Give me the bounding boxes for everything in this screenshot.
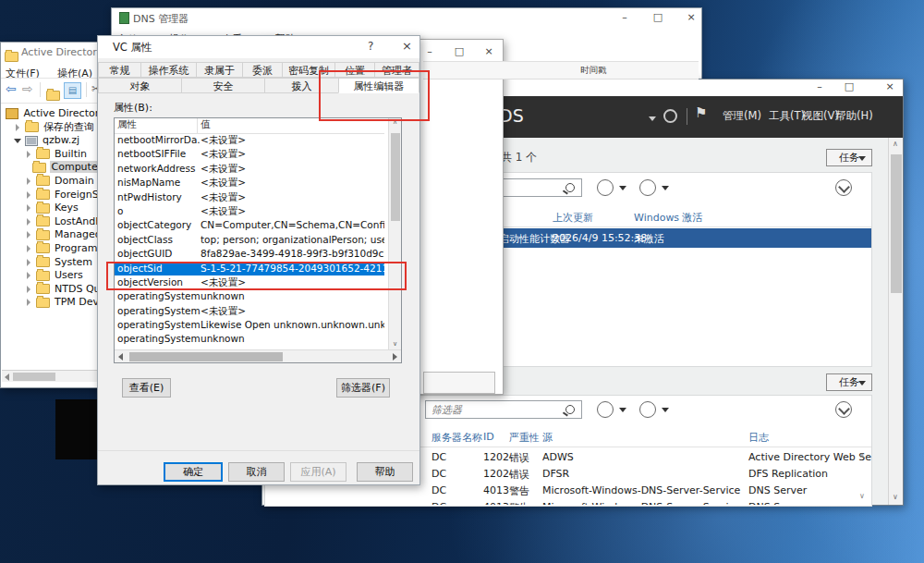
attribute-list-vscrollbar[interactable]: ∧ ∨ bbox=[388, 118, 401, 349]
attribute-row[interactable]: operatingSystem...<未设置> bbox=[115, 304, 384, 318]
notifications-flag-icon[interactable]: ⚑ bbox=[695, 104, 707, 121]
help-button[interactable]: 帮助 bbox=[357, 462, 413, 482]
ok-button[interactable]: 确定 bbox=[164, 462, 223, 482]
open-folder-icon[interactable] bbox=[46, 91, 60, 101]
tab-dial-in[interactable]: 拨入 bbox=[264, 78, 339, 93]
expand-icon[interactable] bbox=[25, 177, 32, 185]
close-icon[interactable]: × bbox=[679, 11, 703, 23]
attribute-row[interactable]: objectVersion<未设置> bbox=[115, 275, 384, 289]
sm-menu-view[interactable]: 视图(V) bbox=[802, 109, 839, 123]
chevron-down-icon[interactable] bbox=[649, 116, 656, 121]
col-id[interactable]: ID bbox=[483, 431, 494, 443]
attribute-row[interactable]: operatingSystemunknown bbox=[115, 289, 384, 303]
attribute-row[interactable]: operatingSystem...unknown bbox=[115, 332, 384, 346]
tab-location[interactable]: 位置 bbox=[334, 62, 375, 78]
tab-delegation[interactable]: 委派 bbox=[242, 62, 283, 78]
tab-member-of[interactable]: 隶属于 bbox=[196, 62, 243, 78]
timestamp-column-header[interactable]: 时间戳 bbox=[580, 65, 607, 77]
scroll-up-icon[interactable]: ∧ bbox=[859, 451, 865, 459]
event-row[interactable]: DC 4013 警告 Microsoft-Windows-DNS-Server-… bbox=[265, 499, 871, 505]
sm-events-tasks-button[interactable]: 任务 bbox=[826, 373, 872, 391]
expand-icon[interactable] bbox=[25, 204, 32, 212]
attribute-row-objectsid[interactable]: objectSidS-1-5-21-77479854-2049301652-42… bbox=[115, 262, 384, 275]
list-options-icon[interactable] bbox=[597, 401, 614, 418]
sm-menu-manage[interactable]: 管理(M) bbox=[723, 109, 761, 123]
attribute-row[interactable]: ntPwdHistory<未设置> bbox=[115, 190, 384, 204]
chevron-down-icon[interactable] bbox=[619, 186, 626, 190]
col-last-update[interactable]: 上次更新 bbox=[553, 211, 593, 225]
maximize-icon[interactable]: □ bbox=[837, 80, 861, 92]
maximize-icon[interactable]: □ bbox=[447, 45, 471, 57]
scroll-down-icon[interactable]: ∨ bbox=[893, 493, 898, 501]
cancel-button[interactable]: 取消 bbox=[228, 462, 285, 482]
expand-icon[interactable] bbox=[25, 191, 32, 199]
expand-icon[interactable] bbox=[25, 272, 32, 279]
aduc-horizontal-scrollbar[interactable] bbox=[2, 370, 98, 382]
attribute-row[interactable]: o<未设置> bbox=[115, 204, 384, 218]
attribute-row[interactable]: nisMapName<未设置> bbox=[115, 176, 384, 190]
close-icon[interactable]: × bbox=[402, 39, 412, 53]
expand-icon[interactable] bbox=[14, 124, 21, 131]
expand-icon[interactable] bbox=[25, 259, 32, 266]
close-icon[interactable]: × bbox=[878, 80, 902, 92]
filter-button[interactable]: 筛选器(F) bbox=[336, 378, 390, 398]
scroll-up-icon[interactable]: ∧ bbox=[393, 118, 397, 126]
tab-attribute-editor[interactable]: 属性编辑器 bbox=[338, 78, 419, 93]
scroll-left-icon[interactable] bbox=[118, 353, 123, 361]
sm-vertical-scrollbar[interactable]: ∧ ∨ bbox=[888, 138, 903, 505]
col-severity[interactable]: 严重性 bbox=[509, 431, 540, 445]
refresh-icon[interactable] bbox=[663, 109, 677, 123]
tab-object[interactable]: 对象 bbox=[98, 78, 182, 93]
collapse-panel-icon[interactable] bbox=[835, 179, 852, 196]
view-panes-icon[interactable]: ▤ bbox=[64, 82, 81, 99]
attribute-row[interactable]: operatingSystem...Likewise Open unknown.… bbox=[115, 318, 384, 332]
attribute-row[interactable]: networkAddress<未设置> bbox=[115, 162, 384, 176]
minimize-icon[interactable]: – bbox=[613, 11, 637, 23]
search-icon[interactable] bbox=[565, 183, 575, 192]
tab-security[interactable]: 安全 bbox=[181, 78, 265, 93]
attribute-list[interactable]: 属性 值 netbootMirrorDa...<未设置> netbootSIFF… bbox=[114, 117, 402, 363]
column-attribute[interactable]: 属性 bbox=[115, 118, 198, 133]
attribute-row[interactable]: objectClasstop; person; organizationalPe… bbox=[115, 233, 384, 247]
column-value[interactable]: 值 bbox=[198, 118, 384, 133]
tab-password-replication[interactable]: 密码复制 bbox=[282, 62, 335, 78]
scroll-down-icon[interactable]: ∨ bbox=[859, 492, 865, 500]
maximize-icon[interactable]: □ bbox=[646, 11, 670, 23]
scroll-left-icon[interactable] bbox=[5, 373, 9, 381]
sm-events-filter-input[interactable] bbox=[425, 400, 582, 419]
expand-icon[interactable] bbox=[25, 218, 32, 226]
list-options-icon[interactable] bbox=[597, 179, 614, 196]
col-source[interactable]: 源 bbox=[542, 431, 553, 445]
collapse-panel-icon[interactable] bbox=[835, 401, 852, 418]
forward-icon[interactable]: ⇨ bbox=[22, 81, 33, 96]
chevron-down-icon[interactable] bbox=[662, 408, 669, 412]
sm-menu-help[interactable]: 帮助(H) bbox=[835, 109, 873, 123]
expand-icon[interactable] bbox=[25, 286, 32, 293]
tab-os[interactable]: 操作系统 bbox=[140, 62, 197, 78]
tab-managed-by[interactable]: 管理者 bbox=[374, 62, 419, 78]
col-activation[interactable]: Windows 激活 bbox=[634, 211, 703, 225]
sm-menu-tools[interactable]: 工具(T) bbox=[769, 109, 805, 123]
close-icon[interactable]: × bbox=[477, 45, 501, 57]
back-icon[interactable]: ⇦ bbox=[6, 81, 17, 96]
expand-icon[interactable] bbox=[25, 231, 32, 239]
search-icon[interactable] bbox=[565, 405, 575, 414]
scroll-up-icon[interactable]: ∧ bbox=[893, 140, 898, 148]
attribute-row[interactable]: netbootMirrorDa...<未设置> bbox=[115, 133, 384, 147]
view-button[interactable]: 查看(E) bbox=[122, 378, 171, 398]
help-icon[interactable]: ? bbox=[368, 40, 373, 53]
attribute-list-hscrollbar[interactable] bbox=[115, 349, 401, 362]
scroll-down-icon[interactable]: ∨ bbox=[393, 340, 397, 348]
attribute-row[interactable]: objectCategoryCN=Computer,CN=Schema,CN=C… bbox=[115, 218, 384, 232]
expand-icon[interactable] bbox=[25, 299, 32, 306]
save-query-icon[interactable] bbox=[639, 179, 656, 196]
chevron-down-icon[interactable] bbox=[619, 408, 626, 412]
tab-general[interactable]: 常规 bbox=[98, 62, 141, 78]
expand-icon[interactable] bbox=[25, 151, 32, 158]
col-log[interactable]: 日志 bbox=[748, 431, 769, 445]
minimize-icon[interactable]: – bbox=[808, 80, 832, 92]
expand-icon[interactable] bbox=[25, 245, 32, 252]
chevron-down-icon[interactable] bbox=[662, 186, 669, 190]
attribute-row[interactable]: objectGUID8fa829ae-3499-4918-99f3-b9f310… bbox=[115, 247, 384, 261]
collapse-icon[interactable] bbox=[14, 137, 21, 144]
